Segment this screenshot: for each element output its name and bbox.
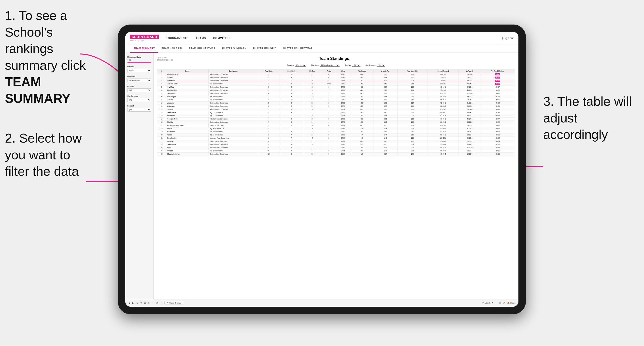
step3-text: 3. The table will adjust accordingly — [543, 94, 632, 142]
data-cell: 54-4-0 — [458, 76, 480, 79]
data-cell: 1 — [258, 137, 280, 140]
pill-gender-select[interactable]: Men's — [295, 64, 306, 67]
data-cell: 1.21 — [373, 149, 397, 152]
filter-minimum-label: Minimum Ro... — [127, 56, 151, 58]
data-cell: 264 — [398, 89, 428, 92]
data-cell: -6.0 — [350, 76, 373, 79]
data-cell: 40-38-2 — [458, 111, 480, 114]
tab-team-h2h-grid[interactable]: TEAM H2H GRID — [158, 44, 186, 52]
data-cell: 4 — [322, 124, 336, 127]
data-cell: 1.85 — [373, 114, 397, 117]
conference-cell: Southern Conference — [208, 124, 258, 127]
school-name-cell: North Carolina — [166, 73, 208, 76]
table-row: 25OregonPac-12 Conference97210279.5-3.11… — [157, 149, 515, 152]
data-cell: 1.41 — [373, 137, 397, 140]
data-cell: 89.11 — [480, 73, 515, 76]
watch-button[interactable]: 👁 Watch ▼ — [482, 302, 493, 304]
table-row: 14OklahomaBig 12 Conference32422278.5-5.… — [157, 114, 515, 117]
data-cell: 17 — [157, 124, 166, 127]
data-cell: 82.88 — [480, 146, 515, 149]
filter-gender-select[interactable]: Men's — [127, 69, 151, 72]
filter-pills: Gender: Men's Division: NCAA Division I … — [157, 64, 515, 67]
data-cell: 23 — [303, 95, 322, 98]
score-badge: 86.58 — [495, 80, 500, 82]
conference-cell: Southeastern Conference — [208, 152, 258, 156]
data-cell: 83.49 — [480, 95, 515, 98]
filter-group-gender: Gender Men's — [127, 65, 151, 72]
filter-slider[interactable] — [127, 62, 151, 63]
toolbar-forward-icon[interactable]: ▶ — [132, 302, 134, 304]
col-adj-score: Adj. Score — [350, 69, 373, 73]
filter-conference-select[interactable]: (All) — [127, 98, 151, 102]
data-cell: 3 — [258, 114, 280, 117]
data-cell: 4 — [322, 121, 336, 124]
data-cell: 20 — [157, 133, 166, 137]
table-row: 17East Tennessee StateSouthern Conferenc… — [157, 124, 515, 127]
nav-teams[interactable]: TEAMS — [196, 36, 206, 40]
data-cell: 8 — [280, 152, 303, 156]
data-cell: 278.8 — [336, 133, 350, 137]
col-rnds: Rnds — [322, 69, 336, 73]
pill-division-select[interactable]: NCAA Division I — [320, 64, 340, 67]
data-cell: 2 — [322, 130, 336, 133]
data-cell: -1.8 — [350, 152, 373, 156]
col-conference: Conference — [208, 69, 258, 73]
conference-cell: Atlantic Coast Conference — [208, 108, 258, 111]
table-row: 6Florida StateAtlantic Coast Conference7… — [157, 89, 515, 92]
data-cell: 5 — [303, 79, 322, 82]
filter-max-val: 30 — [129, 59, 131, 61]
data-cell: 1 — [322, 140, 336, 143]
tab-team-h2h-heatmap[interactable]: TEAM H2H HEATMAP — [186, 44, 219, 52]
col-reg-rank: Reg Rank — [258, 69, 280, 73]
tab-player-summary[interactable]: PLAYER SUMMARY — [219, 44, 250, 52]
data-cell: 3 — [322, 101, 336, 105]
data-cell: 1 — [258, 111, 280, 114]
tab-player-h2h-grid[interactable]: PLAYER H2H GRID — [250, 44, 280, 52]
filter-division-select[interactable]: NCAA Division I — [127, 79, 151, 82]
filter-region-select[interactable]: N/A — [127, 88, 151, 92]
tab-player-h2h-heatmap[interactable]: PLAYER H2H HEATMAP — [280, 44, 316, 52]
conference-cell: Southeastern Conference — [208, 76, 258, 79]
nav-tournaments[interactable]: TOURNAMENTS — [166, 36, 188, 40]
toolbar-back-icon[interactable]: ◀ — [128, 302, 130, 304]
data-cell: -5.1 — [350, 114, 373, 117]
data-cell: 262 — [398, 98, 428, 101]
table-row: 21New MexicoMountain West Conference1778… — [157, 137, 515, 140]
filter-group-school: School (All) — [127, 105, 151, 112]
data-cell: 29-15-1 — [458, 85, 480, 89]
data-cell: -3.8 — [350, 105, 373, 108]
table-body: 1North CarolinaAtlantic Coast Conference… — [157, 73, 515, 156]
view-original-button[interactable]: 👁 View: Original — [164, 301, 183, 305]
data-cell: 37-30-0 — [458, 146, 480, 149]
data-cell: 6 — [280, 85, 303, 89]
data-cell: 7 — [258, 89, 280, 92]
toolbar-grid-icon[interactable]: ⊞ — [499, 302, 501, 304]
data-cell: 4 — [258, 117, 280, 121]
data-cell: 23 — [303, 98, 322, 101]
toolbar-copy-icon[interactable]: ⧉ — [144, 302, 146, 305]
data-cell: 267 — [398, 124, 428, 127]
col-overall: Overall Record — [428, 69, 458, 73]
pill-conference-select[interactable]: All — [377, 64, 385, 67]
school-name-cell: Georgia — [166, 140, 208, 143]
toolbar-expand-icon[interactable]: ⤢ — [503, 302, 505, 304]
school-name-cell: Arkansas — [166, 105, 208, 108]
filter-school-label: School — [127, 105, 151, 107]
toolbar-more-icon[interactable]: ⊕ — [148, 302, 150, 304]
data-cell: 1.30 — [373, 143, 397, 146]
tab-team-summary[interactable]: TEAM SUMMARY — [130, 44, 158, 53]
data-cell: 2.85 — [373, 117, 397, 121]
filter-region-label: Region — [127, 85, 151, 87]
data-cell: 23 — [303, 101, 322, 105]
pill-region-select[interactable]: All — [352, 64, 360, 67]
nav-committee[interactable]: COMMITTEE — [213, 36, 231, 40]
school-name-cell: New Mexico — [166, 137, 208, 140]
toolbar-refresh-icon[interactable]: ↻ — [136, 302, 138, 304]
data-cell: 66-40-1 — [428, 149, 458, 152]
data-cell: 76-26-1 — [428, 117, 458, 121]
toolbar-share-icon[interactable]: ⬆ — [140, 302, 142, 304]
filter-school-select[interactable]: (All) — [127, 108, 151, 112]
data-cell: 271 — [398, 127, 428, 130]
sign-out-button[interactable]: | Sign out — [502, 36, 514, 39]
share-button[interactable]: 📤 Share — [507, 302, 516, 304]
